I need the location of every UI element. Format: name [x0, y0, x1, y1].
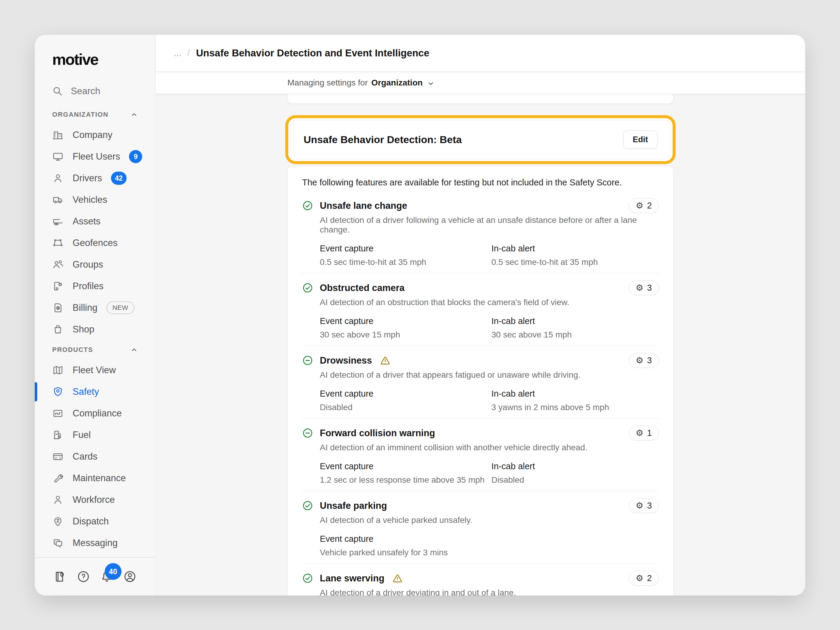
scope-value: Organization [371, 78, 423, 88]
feature-settings-badge[interactable]: ⚙ 3 [629, 281, 659, 295]
main-area: ... / Unsafe Behavior Detection and Even… [156, 35, 805, 595]
search-input[interactable]: Search [52, 86, 155, 96]
sidebar-item-workforce[interactable]: Workforce [35, 489, 155, 511]
feature-title: Unsafe lane change [320, 201, 407, 211]
sidebar-item-messaging[interactable]: Messaging [35, 532, 155, 554]
feature-settings-badge[interactable]: ⚙ 2 [629, 571, 659, 586]
sidebar-item-label: Dispatch [73, 516, 109, 527]
sidebar-item-vehicles[interactable]: Vehicles [35, 189, 155, 211]
gear-icon: ⚙ [636, 501, 644, 510]
sidebar-item-groups[interactable]: Groups [35, 254, 155, 275]
sidebar-item-dispatch[interactable]: Dispatch [35, 511, 155, 532]
gear-icon: ⚙ [636, 284, 644, 292]
sidebar-section-products[interactable]: PRODUCTS [35, 340, 155, 359]
feature-obstructed-camera: Obstructed camera ⚙ 3 AI detection of an… [301, 273, 660, 346]
column-value: Disabled [491, 475, 659, 485]
feature-description: AI detection of a driver deviating in an… [320, 588, 659, 595]
feature-setting-column: In-cab alert 0.5 sec time-to-hit at 35 m… [491, 243, 659, 267]
gear-icon: ⚙ [636, 201, 644, 210]
flowchart-icon [52, 408, 63, 419]
sidebar-item-billing[interactable]: Billing NEW [35, 297, 155, 319]
beta-card-intro: The following features are available for… [301, 166, 660, 191]
settings-count: 2 [647, 573, 652, 583]
feature-lane-swerving: Lane swerving ⚙ 2 AI detection of a driv… [301, 564, 660, 595]
sidebar-section-platform[interactable]: PLATFORM [35, 554, 155, 557]
invoice-icon [52, 302, 63, 314]
notifications-bell-icon[interactable]: 40 [100, 570, 114, 584]
sidebar-item-geofences[interactable]: Geofences [35, 232, 155, 254]
column-value: 30 sec above 15 mph [320, 330, 491, 339]
sidebar-item-fleet-users[interactable]: Fleet Users 9 [35, 146, 155, 167]
sidebar-section-organization[interactable]: ORGANIZATION [35, 105, 155, 124]
managing-scope-selector[interactable]: Managing settings for Organization [156, 72, 805, 94]
sidebar-section-label: PRODUCTS [52, 346, 93, 354]
feature-description: AI detection of an imminent collision wi… [320, 443, 659, 452]
app-window: motive Search ORGANIZATION Company Fleet [35, 35, 805, 595]
sidebar-item-label: Vehicles [73, 194, 107, 205]
credit-card-icon [52, 451, 63, 462]
wrench-icon [52, 472, 63, 484]
sidebar-item-cards[interactable]: Cards [35, 446, 155, 467]
guide-book-icon[interactable] [54, 570, 67, 584]
sidebar-footer: 40 [35, 557, 155, 595]
chevron-up-icon[interactable] [129, 345, 139, 354]
check-circle-icon [302, 500, 313, 511]
person-icon [52, 494, 63, 505]
sidebar-item-label: Company [73, 129, 112, 141]
sidebar-item-label: Billing [73, 302, 98, 313]
feature-settings-badge[interactable]: ⚙ 1 [629, 426, 659, 441]
column-value: 0.5 sec time-to-hit at 35 mph [320, 257, 491, 267]
feature-settings-badge[interactable]: ⚙ 2 [629, 198, 659, 213]
sidebar-item-shop[interactable]: Shop [35, 319, 155, 340]
column-label: In-cab alert [491, 316, 659, 326]
column-label: Event capture [320, 461, 491, 471]
feature-title: Unsafe parking [320, 501, 387, 511]
sidebar-item-label: Groups [73, 259, 103, 270]
sidebar-item-compliance[interactable]: Compliance [35, 403, 155, 424]
feature-description: AI detection of a driver following a veh… [320, 215, 659, 235]
account-icon[interactable] [123, 570, 137, 584]
feature-forward-collision-warning: Forward collision warning ⚙ 1 AI detecti… [301, 418, 660, 491]
sidebar-item-label: Maintenance [73, 473, 126, 483]
sidebar-item-drivers[interactable]: Drivers 42 [35, 167, 155, 189]
edit-button[interactable]: Edit [624, 131, 657, 149]
sidebar-item-maintenance[interactable]: Maintenance [35, 467, 155, 489]
sidebar-item-label: Geofences [73, 238, 118, 248]
settings-count: 3 [647, 501, 652, 511]
chevron-up-icon[interactable] [129, 110, 139, 119]
breadcrumb-ellipsis[interactable]: ... [174, 48, 182, 58]
column-value: 3 yawns in 2 mins above 5 mph [491, 403, 659, 412]
column-value: Disabled [320, 403, 491, 412]
feature-title: Forward collision warning [320, 428, 435, 439]
shopping-bag-icon [52, 324, 63, 335]
gear-icon: ⚙ [636, 574, 644, 583]
feature-settings-badge[interactable]: ⚙ 3 [629, 498, 659, 513]
help-icon[interactable] [76, 570, 90, 584]
check-circle-icon [302, 200, 313, 211]
sidebar-item-company[interactable]: Company [35, 124, 155, 146]
map-icon [52, 365, 63, 376]
warning-icon [392, 573, 403, 584]
search-icon [52, 86, 63, 96]
sidebar-item-fuel[interactable]: Fuel [35, 424, 155, 446]
column-label: In-cab alert [491, 389, 659, 399]
sidebar-item-profiles[interactable]: Profiles [35, 275, 155, 297]
count-badge: 9 [129, 150, 142, 163]
settings-count: 3 [647, 355, 652, 365]
search-label: Search [71, 86, 100, 96]
minus-circle-icon [302, 355, 313, 366]
column-label: In-cab alert [491, 461, 659, 471]
minus-circle-icon [302, 428, 313, 439]
column-label: Event capture [320, 316, 491, 326]
sidebar-item-assets[interactable]: Assets [35, 211, 155, 232]
feature-settings-badge[interactable]: ⚙ 3 [629, 353, 659, 368]
sidebar-item-label: Messaging [73, 538, 118, 548]
sidebar-item-label: Fuel [73, 429, 91, 441]
feature-unsafe-parking: Unsafe parking ⚙ 3 AI detection of a veh… [301, 491, 660, 564]
sidebar-item-label: Shop [73, 324, 94, 335]
notification-count-badge: 40 [105, 563, 122, 580]
sidebar-item-safety[interactable]: Safety [35, 381, 155, 403]
sidebar-item-fleet-view[interactable]: Fleet View [35, 359, 155, 381]
shield-icon [52, 386, 63, 398]
feature-title: Obstructed camera [320, 283, 405, 294]
